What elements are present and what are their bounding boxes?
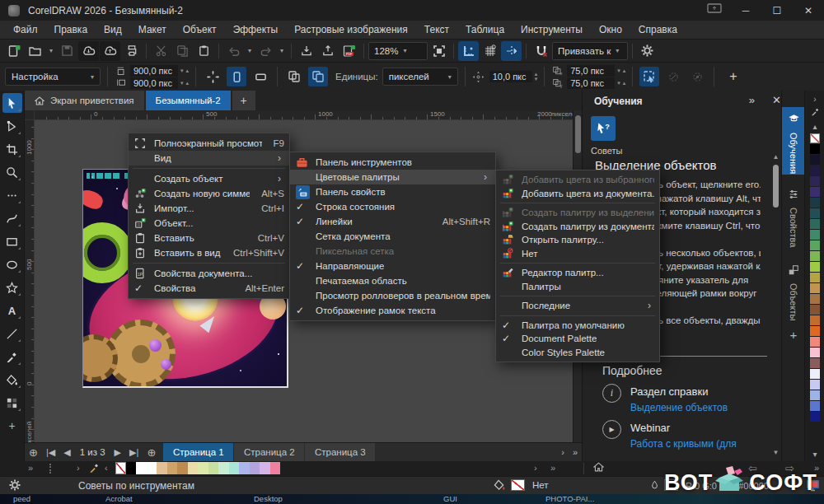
prev-page-icon[interactable]: ◀ — [59, 447, 74, 458]
palettes-submenu-item-15[interactable]: ✓Document Palette — [496, 332, 659, 346]
color-swatch[interactable] — [810, 283, 820, 293]
open-icon[interactable] — [25, 41, 45, 61]
color-swatch[interactable] — [810, 315, 820, 325]
nudge-offset-input[interactable]: 10,0 пкс — [489, 71, 532, 82]
palette-scroll-right2-icon[interactable]: › — [534, 463, 537, 473]
palette-expand-icon[interactable]: » — [28, 463, 33, 473]
print-icon[interactable] — [121, 41, 142, 61]
context-menu-item-6[interactable]: Импорт...Ctrl+I — [129, 201, 289, 216]
pick-tool[interactable] — [2, 93, 22, 113]
color-swatch[interactable] — [810, 369, 820, 379]
palette-drag-handle[interactable] — [49, 464, 53, 474]
minimize-button[interactable]: ─ — [730, 0, 761, 21]
view-submenu-item-5[interactable]: ✓ЛинейкиAlt+Shift+R — [290, 214, 495, 229]
tab-scroll-end-icon[interactable]: » — [569, 447, 582, 457]
color-swatch[interactable] — [810, 133, 820, 143]
ruler-origin-corner[interactable] — [25, 110, 35, 120]
color-swatch[interactable] — [270, 462, 281, 474]
palettes-submenu-item-14[interactable]: ✓Палитра по умолчанию — [496, 319, 659, 333]
menu-2[interactable]: Правка — [46, 24, 96, 35]
palette-scroll-left-icon[interactable]: › — [77, 463, 80, 473]
color-swatch[interactable] — [810, 262, 820, 272]
crop-tool[interactable] — [2, 139, 22, 159]
spin-up-icon[interactable]: ▴ — [186, 68, 190, 74]
context-menu-item-2[interactable]: Вид› — [129, 151, 289, 166]
scale-dimensions-icon[interactable] — [203, 67, 222, 86]
tab-scroll-right-icon[interactable]: › — [557, 447, 569, 457]
duplicate-x-input[interactable]: 75,0 пкс — [567, 65, 615, 77]
treat-as-filled-icon[interactable] — [639, 67, 659, 86]
transparency-tool[interactable] — [2, 393, 22, 413]
scroll-down-icon[interactable]: ▼ — [772, 449, 780, 456]
color-swatch[interactable] — [177, 462, 188, 474]
text-tool[interactable]: A — [2, 301, 22, 320]
copy-icon[interactable] — [172, 41, 193, 61]
menu-7[interactable]: Растровые изображения — [286, 24, 416, 35]
view-submenu-item-8[interactable]: ✓Направляющие — [290, 259, 495, 273]
grid-toggle-icon[interactable] — [480, 41, 500, 61]
docker-close-icon[interactable]: ✕ — [772, 94, 781, 106]
page-preset-select[interactable]: Настройка▾ — [5, 68, 101, 86]
rectangle-tool[interactable] — [2, 231, 22, 251]
color-swatch[interactable] — [260, 462, 270, 474]
cloud-download-icon[interactable] — [78, 41, 99, 61]
menu-6[interactable]: Эффекты — [225, 24, 287, 35]
color-swatch[interactable] — [810, 144, 820, 154]
undo-icon[interactable] — [223, 41, 244, 61]
cut-icon[interactable] — [151, 41, 171, 61]
view-submenu-item-6[interactable]: Сетка документа — [290, 229, 495, 244]
color-swatch[interactable] — [810, 240, 820, 250]
color-swatch[interactable] — [229, 462, 240, 474]
strip-eyedropper-icon[interactable] — [805, 107, 824, 118]
next-page-icon[interactable]: ▶ — [110, 447, 125, 458]
ellipse-tool[interactable] — [2, 254, 22, 274]
view-submenu-item-11[interactable]: ✓Отображение рамок текста — [290, 303, 495, 318]
color-swatch[interactable] — [810, 166, 820, 175]
spin-down-icon[interactable]: ▾ — [180, 68, 184, 74]
color-swatch[interactable] — [147, 462, 157, 474]
vertical-ruler[interactable]: 10005000пикселей — [25, 120, 35, 461]
menu-8[interactable]: Текст — [416, 24, 457, 35]
menu-12[interactable]: Справка — [630, 24, 686, 35]
palette-scroll-end2-icon[interactable]: » — [550, 463, 555, 473]
context-menu-item-8[interactable]: ВставитьCtrl+V — [129, 231, 289, 245]
color-swatch[interactable] — [810, 155, 820, 165]
context-menu-item-9[interactable]: Вставить в видCtrl+Shift+V — [129, 245, 289, 260]
palettes-submenu-item-10[interactable]: Палитры — [496, 280, 659, 294]
menu-4[interactable]: Макет — [130, 24, 175, 35]
color-swatch[interactable] — [810, 326, 820, 336]
docker-tab-inactive[interactable]: Свойства — [782, 183, 805, 250]
zoom-tool[interactable] — [2, 162, 22, 182]
view-submenu-item-3[interactable]: Панель свойств — [290, 184, 495, 199]
screen-share-icon[interactable] — [707, 3, 722, 18]
color-swatch[interactable] — [239, 462, 250, 474]
menu-3[interactable]: Вид — [96, 24, 130, 35]
launch-icon[interactable] — [663, 67, 683, 86]
landscape-orientation-icon[interactable] — [250, 67, 270, 86]
menu-11[interactable]: Окно — [591, 24, 630, 35]
color-swatch[interactable] — [198, 462, 208, 474]
context-menu-item-11[interactable]: 1PСвойства документа... — [129, 266, 289, 281]
color-swatch[interactable] — [167, 462, 178, 474]
document-tab[interactable]: Безымянный-2 — [146, 91, 231, 110]
open-dropdown-icon[interactable]: ▾ — [46, 41, 56, 61]
redo-icon[interactable] — [255, 41, 276, 61]
spin-down-icon[interactable]: ▾ — [180, 80, 184, 86]
maximize-button[interactable]: ☐ — [761, 0, 793, 21]
paste-icon[interactable] — [194, 41, 214, 61]
zoom-level-select[interactable]: 128%▾ — [368, 42, 428, 60]
current-page-icon[interactable] — [308, 67, 328, 86]
palettes-submenu-item-1[interactable]: Добавить цвета из выбранного... — [496, 173, 659, 187]
view-submenu-item-10[interactable]: Просмотр ролловеров в реальном времени — [290, 288, 495, 303]
home-icon[interactable] — [593, 462, 604, 474]
context-menu-item-7[interactable]: Объект... — [129, 216, 289, 231]
add-page-before-icon[interactable]: ⊕ — [25, 446, 42, 459]
color-swatch[interactable] — [810, 294, 820, 304]
duplicate-y-input[interactable]: 75,0 пкс — [567, 77, 615, 89]
color-swatch[interactable] — [810, 187, 820, 197]
context-menu-item-4[interactable]: Создать объект› — [129, 171, 289, 186]
docker-tab-inactive[interactable]: Объекты — [782, 259, 805, 326]
palettes-submenu-item-4[interactable]: Создать палитру из выделения... — [496, 206, 659, 220]
view-submenu-item-4[interactable]: ✓Строка состояния — [290, 199, 495, 214]
palettes-submenu-item-2[interactable]: Добавить цвета из документа... — [496, 187, 659, 201]
